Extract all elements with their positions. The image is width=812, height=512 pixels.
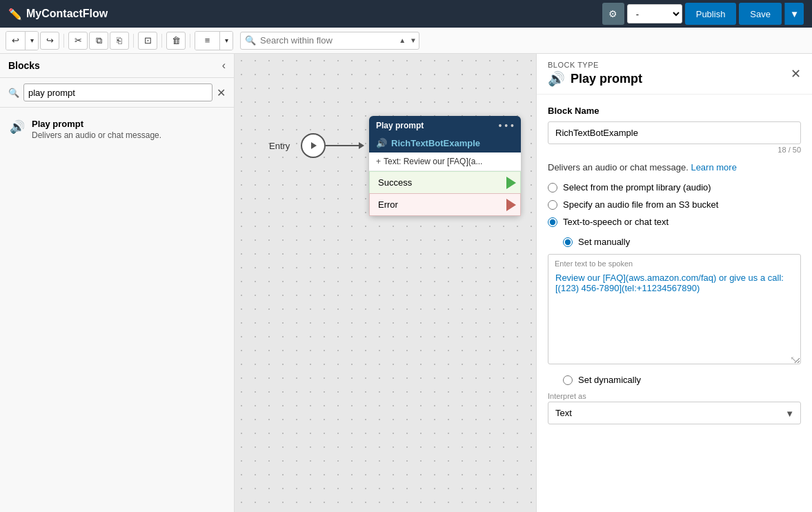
textarea-resize-handle: ⤡: [790, 354, 798, 365]
delete-button[interactable]: 🗑: [166, 32, 186, 50]
sub-radio-option-1[interactable]: Set manually: [563, 237, 801, 247]
entry-label: Entry: [269, 141, 290, 151]
search-flow-input[interactable]: [256, 35, 397, 46]
right-panel-speaker-icon: 🔊: [548, 70, 565, 87]
search-flow-nav: ▲ ▼: [397, 37, 419, 44]
sub-radio-label-1: Set manually: [578, 237, 630, 247]
interpret-as-select[interactable]: Text: [548, 402, 801, 424]
interpret-as-section: Interpret as Text ▼: [548, 392, 801, 424]
save-dropdown-button[interactable]: ▼: [784, 3, 804, 25]
text-area-wrap: Enter text to be spoken Review our [FAQ]…: [548, 254, 801, 375]
sidebar-search-input[interactable]: [23, 83, 212, 101]
right-panel-title-text: Play prompt: [571, 72, 642, 86]
save-button[interactable]: Save: [739, 3, 782, 25]
radio-input-2[interactable]: [548, 200, 557, 210]
flow-node-error-output: Error: [369, 193, 521, 216]
search-flow-wrap: 🔍 ▲ ▼: [240, 32, 419, 50]
radio-input-1[interactable]: [548, 183, 557, 193]
undo-button[interactable]: ↩: [6, 32, 26, 50]
output-error-arrow: [502, 196, 520, 214]
flow-node[interactable]: Play prompt • • • 🔊 RichTextBotExample +…: [369, 116, 521, 216]
search-flow-up[interactable]: ▲: [397, 37, 408, 44]
toolbar-separator-1: [63, 34, 64, 48]
sidebar-block-name: Play prompt: [32, 119, 161, 129]
radio-label-2: Specify an audio file from an S3 bucket: [563, 199, 718, 210]
paste-button[interactable]: ⎗: [110, 32, 129, 50]
canvas[interactable]: Entry Play prompt • • • 🔊 RichTextBotExa…: [235, 54, 536, 512]
flow-node-content-text: Text: Review our [FAQ](a...: [384, 157, 482, 166]
right-panel-header-left: Block Type 🔊 Play prompt: [548, 61, 642, 87]
sub-radio-option-2[interactable]: Set dynamically: [563, 375, 801, 385]
interpret-as-select-wrap: Text ▼: [548, 402, 801, 424]
options-dropdown-button[interactable]: ▾: [220, 32, 232, 50]
publish-button[interactable]: Publish: [685, 3, 737, 25]
radio-label-3: Text-to-speech or chat text: [563, 217, 669, 227]
redo-button[interactable]: ↪: [40, 32, 59, 50]
undo-redo-group: ↩ ▾: [6, 31, 39, 50]
sidebar: Blocks ‹ 🔍 ✕ 🔊 Play prompt Delivers an a…: [0, 54, 235, 512]
block-name-input[interactable]: [548, 121, 801, 144]
sidebar-title: Blocks: [8, 60, 40, 71]
field-description-text: Delivers an audio or chat message.: [548, 162, 689, 173]
entry-node: Entry: [269, 133, 360, 158]
settings-button[interactable]: ⚙: [602, 3, 624, 25]
toolbar: ↩ ▾ ↪ ✂ ⧉ ⎗ ⊡ 🗑 ≡ ▾ 🔍 ▲ ▼: [0, 28, 812, 54]
sidebar-block-item-play-prompt[interactable]: 🔊 Play prompt Delivers an audio or chat …: [0, 113, 234, 146]
entry-arrow: [326, 145, 360, 146]
block-name-char-count: 18 / 50: [548, 146, 801, 154]
sidebar-items: 🔊 Play prompt Delivers an audio or chat …: [0, 108, 234, 512]
flow-node-speaker-icon: 🔊: [376, 138, 387, 148]
copy-button[interactable]: ⧉: [89, 32, 108, 50]
flow-node-subtitle: 🔊 RichTextBotExample: [369, 135, 521, 152]
output-error-label: Error: [370, 194, 502, 215]
right-panel-close-button[interactable]: ✕: [791, 66, 801, 81]
main-layout: Blocks ‹ 🔍 ✕ 🔊 Play prompt Delivers an a…: [0, 54, 812, 512]
sidebar-close-button[interactable]: ‹: [222, 59, 226, 72]
block-name-label: Block Name: [548, 106, 801, 116]
sidebar-block-desc: Delivers an audio or chat message.: [32, 130, 161, 140]
set-dynamically-group: Set dynamically: [563, 375, 801, 385]
options-group: ≡ ▾: [195, 31, 233, 50]
output-success-arrow: [502, 174, 520, 192]
search-flow-icon: 🔍: [241, 35, 256, 46]
radio-label-1: Select from the prompt library (audio): [563, 182, 711, 193]
prompt-type-radio-group: Select from the prompt library (audio) S…: [548, 182, 801, 227]
top-right-controls: ⚙ - Publish Save ▼: [602, 3, 804, 25]
right-panel-type-label: Block Type: [548, 61, 642, 69]
toolbar-separator-3: [161, 34, 162, 48]
flow-node-header-title: Play prompt: [376, 121, 424, 130]
right-panel-body: Block Name 18 / 50 Delivers an audio or …: [537, 95, 812, 512]
flow-node-success-output: Success: [369, 171, 521, 194]
spoken-text-textarea[interactable]: Review our [FAQ](aws.amazon.com/faq) or …: [548, 254, 801, 364]
cut-button[interactable]: ✂: [68, 32, 88, 50]
chevron-down-icon: ▼: [790, 9, 799, 19]
options-button[interactable]: ≡: [195, 32, 220, 50]
flow-node-menu-button[interactable]: • • •: [499, 120, 514, 131]
edit-icon: ✏️: [8, 8, 22, 21]
flow-dropdown[interactable]: -: [627, 4, 682, 23]
radio-option-3[interactable]: Text-to-speech or chat text: [548, 217, 801, 227]
undo-dropdown-button[interactable]: ▾: [26, 32, 38, 50]
learn-more-link[interactable]: Learn more: [691, 162, 736, 173]
sidebar-block-info: Play prompt Delivers an audio or chat me…: [32, 119, 161, 140]
radio-option-2[interactable]: Specify an audio file from an S3 bucket: [548, 199, 801, 210]
sub-radio-input-1[interactable]: [563, 237, 573, 247]
flow-node-body: + Text: Review our [FAQ](a... Success Er…: [369, 152, 521, 216]
sub-radio-label-2: Set dynamically: [578, 375, 641, 385]
search-flow-down[interactable]: ▼: [408, 37, 419, 44]
field-description: Delivers an audio or chat message. Learn…: [548, 162, 801, 173]
radio-input-3[interactable]: [548, 217, 557, 227]
sub-radio-input-2[interactable]: [563, 375, 573, 385]
success-arrow-icon: [506, 177, 516, 189]
sidebar-search-clear-button[interactable]: ✕: [217, 86, 226, 99]
sidebar-search-icon: 🔍: [8, 88, 19, 98]
entry-circle: [301, 133, 326, 158]
right-panel-title: 🔊 Play prompt: [548, 70, 642, 87]
interpret-as-label: Interpret as: [548, 392, 801, 400]
radio-option-1[interactable]: Select from the prompt library (audio): [548, 182, 801, 193]
fit-button[interactable]: ⊡: [138, 32, 157, 50]
right-panel-header: Block Type 🔊 Play prompt ✕: [537, 54, 812, 95]
app-title: ✏️ MyContactFlow: [8, 8, 597, 21]
toolbar-separator-4: [190, 34, 190, 48]
sidebar-header: Blocks ‹: [0, 54, 234, 78]
